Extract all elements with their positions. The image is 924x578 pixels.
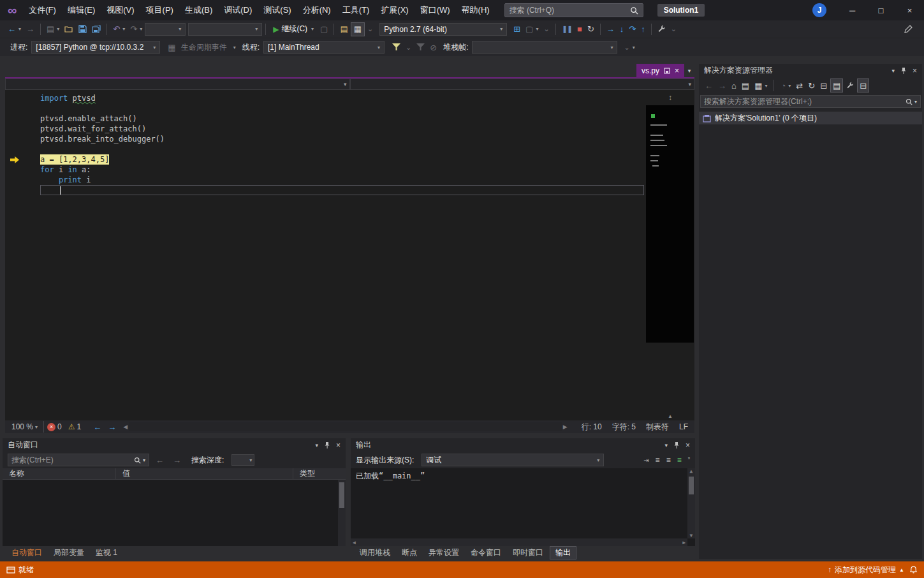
feedback-button[interactable] <box>901 22 915 36</box>
breakpoint-gutter[interactable] <box>5 185 40 195</box>
se-refresh-button[interactable]: ↻ <box>806 78 817 93</box>
minimap-map[interactable] <box>646 105 694 343</box>
lifecycle-events-button[interactable]: ▦ 生命周期事件 <box>165 40 238 54</box>
document-list-dropdown[interactable]: ▾ <box>684 68 694 74</box>
open-file-button[interactable] <box>62 22 76 36</box>
se-folder-view-button[interactable]: ▤ <box>740 78 751 93</box>
output-header[interactable]: 输出 ▾ × <box>351 438 695 452</box>
solution-search-box[interactable]: 搜索解决方案资源管理器(Ctrl+;) ▾ <box>700 95 921 108</box>
code-line[interactable] <box>5 103 646 114</box>
code-line[interactable] <box>5 185 646 195</box>
close-icon[interactable]: × <box>336 441 341 450</box>
code-editor[interactable]: import ptvsdptvsd.enable_attach()ptvsd.w… <box>5 90 694 420</box>
maximize-button[interactable]: □ <box>867 0 895 20</box>
break-all-button[interactable]: ▢ <box>318 22 330 36</box>
process-combo[interactable]: [18857] Python @ tcp://10.0.3.2 <box>31 41 160 54</box>
menu-item[interactable]: 工具(T) <box>337 0 376 20</box>
interactive-window-button[interactable]: ⊞ <box>511 22 523 36</box>
thread-combo[interactable]: [1] MainThread <box>263 41 385 54</box>
filter-threads-button[interactable] <box>390 40 403 54</box>
output-source-combo[interactable]: 调试 <box>422 454 604 466</box>
horizontal-scrollbar[interactable]: ◀ ▶ <box>123 422 567 431</box>
breakpoint-gutter[interactable] <box>5 175 40 185</box>
error-count-icon[interactable]: × <box>47 423 55 431</box>
menu-item[interactable]: 生成(B) <box>179 0 218 20</box>
tool-window-tab[interactable]: 自动窗口 <box>6 547 47 559</box>
code-line[interactable]: a = [1,2,3,4,5] <box>5 154 646 165</box>
stack-frame-combo[interactable] <box>472 41 617 54</box>
show-diagnostics-toggle[interactable]: ▦ <box>351 22 365 36</box>
tool-window-tab[interactable]: 调用堆栈 <box>355 547 395 559</box>
breakpoint-gutter[interactable] <box>5 124 40 134</box>
continue-button[interactable]: ▶ 继续(C) <box>269 22 318 36</box>
step-over-button[interactable]: ↷ <box>626 22 638 36</box>
debug-toolbar-overflow[interactable]: ⌄ <box>668 22 679 36</box>
scrollbar-track[interactable] <box>129 422 562 431</box>
tool-window-tab[interactable]: 异常设置 <box>423 547 464 559</box>
autos-vertical-scrollbar[interactable] <box>338 480 346 546</box>
window-layout-button[interactable]: ▢ <box>523 22 541 36</box>
splitter-handle-icon[interactable]: ↕ <box>646 90 694 105</box>
notifications-button[interactable] <box>909 566 918 574</box>
se-properties-button[interactable] <box>844 78 856 93</box>
stop-button[interactable]: ■ <box>575 22 585 36</box>
window-position-dropdown-icon[interactable]: ▾ <box>664 442 668 448</box>
output-vertical-scrollbar[interactable]: ▲ ▼ <box>687 468 695 538</box>
error-count[interactable]: 0 <box>57 422 62 431</box>
warning-count[interactable]: 1 <box>77 422 82 431</box>
step-out-button[interactable]: ↑ <box>638 22 648 36</box>
show-next-statement-button[interactable]: → <box>604 22 617 36</box>
warning-icon[interactable]: ⚠ <box>68 422 75 431</box>
unlink-threads-button[interactable]: ⊘ <box>427 40 439 54</box>
quick-search-box[interactable]: 搜索 (Ctrl+Q) <box>504 3 643 17</box>
navigate-backward-button[interactable]: ← <box>5 22 24 36</box>
member-dropdown[interactable]: ▾ <box>350 78 695 90</box>
menu-item[interactable]: 分析(N) <box>297 0 337 20</box>
menu-item[interactable]: 编辑(E) <box>62 0 101 20</box>
code-line[interactable]: ptvsd.enable_attach() <box>5 114 646 124</box>
output-horizontal-scrollbar[interactable]: ◀ ▶ <box>351 538 687 546</box>
step-into-button[interactable]: ↓ <box>617 22 627 36</box>
menu-item[interactable]: 项目(P) <box>140 0 179 20</box>
tool-window-tab[interactable]: 命令窗口 <box>466 547 506 559</box>
flagged-threads-button[interactable] <box>414 40 427 54</box>
document-tab-vspy[interactable]: vs.py × <box>636 64 684 77</box>
se-sync-active-document-button[interactable]: ⇄ <box>794 78 805 93</box>
autos-search-box[interactable]: 搜索(Ctrl+E) ▾ <box>8 454 149 466</box>
tool-window-tab[interactable]: 监视 1 <box>91 547 122 559</box>
python-environment-combo[interactable]: Python 2.7 (64-bit) <box>379 23 507 36</box>
column-header-value[interactable]: 值 <box>116 468 293 479</box>
navigate-forward-button[interactable]: → <box>24 22 37 36</box>
nav-forward-icon[interactable]: → <box>105 422 119 432</box>
menu-item[interactable]: 窗口(W) <box>414 0 456 20</box>
tabs-indicator[interactable]: 制表符 <box>646 422 669 433</box>
column-header-type[interactable]: 类型 <box>293 468 346 479</box>
column-header-name[interactable]: 名称 <box>3 468 116 479</box>
autos-header[interactable]: 自动窗口 ▾ × <box>3 438 346 452</box>
clear-all-icon[interactable]: ≡ <box>666 456 671 464</box>
quote-icon[interactable]: ” <box>688 457 690 464</box>
add-to-source-control-button[interactable]: ↑ 添加到源代码管理 ▲ <box>828 565 904 575</box>
menu-item[interactable]: 视图(V) <box>101 0 140 20</box>
diagnostics-overflow[interactable]: ⌄ <box>365 22 376 36</box>
solution-explorer-header[interactable]: 解决方案资源管理器 ▾ × <box>699 64 922 77</box>
pin-icon[interactable] <box>900 67 907 75</box>
se-collapse-all-button[interactable]: ⊟ <box>818 78 829 93</box>
find-message-icon[interactable]: ⇥ <box>643 457 649 464</box>
breakpoint-gutter[interactable] <box>5 114 40 124</box>
search-depth-spinner[interactable]: ▾ <box>231 454 254 466</box>
eol-indicator[interactable]: LF <box>679 422 688 431</box>
solution-node[interactable]: 解决方案'Solution1' (0 个项目) <box>699 112 922 124</box>
se-home-button[interactable]: ⌂ <box>730 78 738 93</box>
breakpoint-gutter[interactable] <box>5 134 40 144</box>
breakpoint-gutter[interactable] <box>5 154 40 165</box>
se-pending-changes-filter-button[interactable]: ◔ <box>779 78 793 93</box>
breakpoint-gutter[interactable] <box>5 103 40 114</box>
restart-button[interactable]: ↻ <box>585 22 597 36</box>
scroll-bottom-marker[interactable]: ▲ <box>646 413 694 419</box>
close-button[interactable]: × <box>895 0 924 20</box>
breakpoint-gutter[interactable] <box>5 93 40 103</box>
output-content[interactable]: 已加载“__main__” ▲ ▼ ◀ ▶ <box>351 468 695 546</box>
menu-item[interactable]: 文件(F) <box>23 0 62 20</box>
debug-options-button[interactable] <box>655 22 668 36</box>
